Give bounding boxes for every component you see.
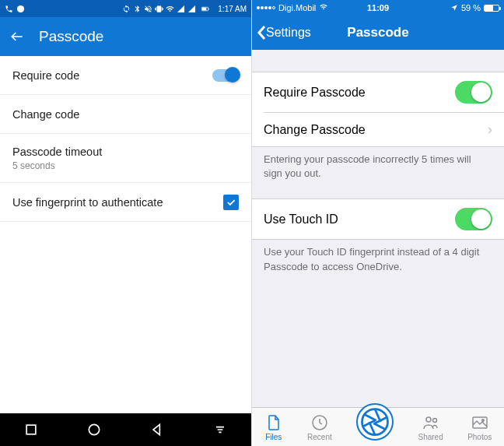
mute-icon — [144, 5, 152, 13]
svg-rect-4 — [27, 425, 37, 434]
touchid-footer: Use your Touch ID fingerprint instead of… — [252, 240, 504, 279]
tab-recent[interactable]: Recent — [307, 413, 332, 441]
status-time: 11:09 — [367, 3, 389, 12]
wifi-icon — [166, 5, 174, 13]
android-header: Passcode — [0, 17, 251, 56]
svg-point-11 — [481, 419, 483, 420]
ios-tab-bar: Files Recent Shared Photos — [252, 407, 504, 446]
chevron-right-icon: › — [488, 121, 492, 138]
tab-shared[interactable]: Shared — [418, 413, 443, 441]
android-screen: 1:17 AM Passcode Require code Change cod… — [0, 0, 252, 446]
svg-rect-2 — [202, 7, 207, 10]
signal-icon — [177, 5, 185, 13]
fingerprint-row[interactable]: Use fingerprint to authenticate — [0, 183, 251, 222]
svg-point-8 — [426, 417, 431, 422]
sync-icon — [122, 5, 131, 13]
tab-shared-label: Shared — [418, 433, 443, 441]
battery-percent: 59 % — [461, 3, 481, 12]
change-code-label: Change code — [12, 108, 79, 121]
ios-content: Require Passcode Change Passcode › Enter… — [252, 50, 504, 407]
back-button[interactable]: Settings — [252, 25, 311, 40]
nav-home-icon[interactable] — [86, 422, 102, 437]
signal-dots-icon — [257, 6, 275, 9]
status-time: 1:17 AM — [218, 5, 247, 13]
back-label: Settings — [266, 26, 311, 40]
nav-menu-icon[interactable] — [212, 422, 228, 437]
tab-recent-label: Recent — [307, 433, 332, 441]
nav-back-icon[interactable] — [149, 422, 165, 437]
battery-icon — [484, 5, 499, 12]
svg-rect-3 — [208, 8, 209, 9]
fingerprint-label: Use fingerprint to authenticate — [12, 196, 163, 209]
tab-add[interactable] — [356, 414, 394, 441]
carrier-name: Digi.Mobil — [278, 3, 316, 12]
recent-icon — [310, 413, 329, 432]
svg-point-9 — [432, 418, 436, 422]
tab-photos[interactable]: Photos — [467, 413, 492, 441]
fingerprint-checkbox[interactable] — [223, 195, 239, 210]
touchid-label: Use Touch ID — [264, 212, 338, 227]
touchid-toggle[interactable] — [455, 208, 492, 230]
spotify-icon — [16, 5, 25, 13]
require-code-row[interactable]: Require code — [0, 56, 251, 95]
location-icon — [450, 4, 458, 12]
tab-files[interactable]: Files — [264, 413, 283, 441]
battery-icon — [198, 5, 212, 13]
page-title: Passcode — [39, 28, 103, 45]
require-code-toggle[interactable] — [212, 69, 239, 82]
aperture-icon — [356, 403, 394, 441]
android-nav-bar — [0, 413, 251, 446]
android-settings-list: Require code Change code Passcode timeou… — [0, 56, 251, 413]
lockout-footer: Entering your passcode incorrectly 5 tim… — [252, 147, 504, 186]
photos-icon — [471, 413, 489, 432]
touchid-group: Use Touch ID — [252, 198, 504, 240]
shared-icon — [422, 413, 440, 432]
nav-recent-icon[interactable] — [23, 422, 39, 437]
vibrate-icon — [155, 5, 163, 13]
require-passcode-row[interactable]: Require Passcode — [252, 72, 504, 112]
require-passcode-toggle[interactable] — [455, 81, 492, 104]
change-code-row[interactable]: Change code — [0, 95, 251, 134]
passcode-timeout-row[interactable]: Passcode timeout 5 seconds — [0, 134, 251, 183]
signal-icon-2 — [187, 5, 196, 13]
svg-point-7 — [362, 409, 388, 434]
timeout-label: Passcode timeout — [12, 146, 102, 158]
require-passcode-label: Require Passcode — [264, 86, 366, 100]
require-code-label: Require code — [12, 69, 79, 82]
android-status-bar: 1:17 AM — [0, 0, 251, 17]
timeout-value: 5 seconds — [12, 160, 102, 171]
passcode-group: Require Passcode Change Passcode › — [252, 72, 504, 147]
svg-point-0 — [17, 5, 24, 12]
ios-screen: Digi.Mobil 11:09 59 % Settings Passcode … — [252, 0, 504, 446]
svg-point-5 — [89, 424, 99, 434]
touchid-row[interactable]: Use Touch ID — [252, 199, 504, 239]
change-passcode-row[interactable]: Change Passcode › — [264, 112, 504, 146]
ios-header: Settings Passcode — [252, 16, 504, 50]
page-title: Passcode — [347, 25, 408, 40]
tab-photos-label: Photos — [467, 433, 492, 441]
phone-icon — [5, 5, 13, 13]
change-passcode-label: Change Passcode — [264, 123, 366, 137]
back-arrow-icon[interactable] — [9, 29, 25, 44]
tab-files-label: Files — [265, 433, 282, 441]
bluetooth-icon — [133, 5, 142, 13]
wifi-icon — [319, 3, 328, 12]
ios-status-bar: Digi.Mobil 11:09 59 % — [252, 0, 504, 16]
files-icon — [264, 413, 283, 432]
